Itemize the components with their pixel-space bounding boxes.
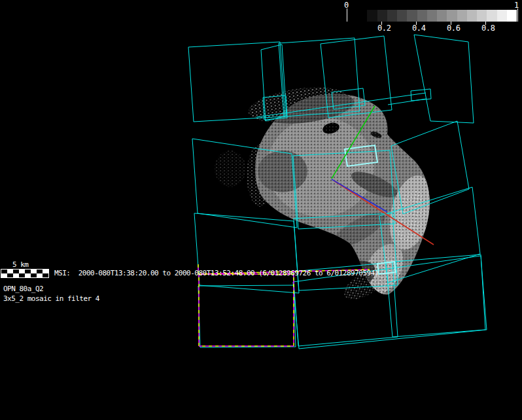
colorbar-tick-label: 0.4 bbox=[412, 24, 425, 33]
colorbar-left-tick bbox=[347, 9, 347, 22]
scene-canvas bbox=[0, 0, 522, 420]
highlighted-frame-dashed bbox=[199, 274, 294, 346]
colorbar-tick-label: 0.2 bbox=[377, 24, 391, 33]
image-footprint bbox=[198, 285, 296, 347]
observation-id: OPN_80a_Q2 bbox=[3, 285, 43, 293]
status-line: MSI: 2000-080T13:38:20.00 to 2000-080T13… bbox=[54, 269, 379, 277]
colorbar-tick-label: 0.6 bbox=[447, 24, 460, 33]
mosaic-description: 3x5_2 mosaic in filter 4 bbox=[3, 294, 99, 303]
footprint-edge bbox=[388, 99, 426, 105]
colorbar-max-label: 1 bbox=[514, 1, 519, 10]
colorbar-tick-label: 0.8 bbox=[481, 24, 495, 33]
colorbar-min-label: 0 bbox=[344, 1, 349, 10]
image-footprint bbox=[414, 35, 474, 123]
image-footprint bbox=[194, 213, 299, 293]
msi-mosaic-viewer: 0 1 0.2 0.4 0.6 0.8 5 km MSI: 2000-080T1… bbox=[0, 0, 522, 420]
scalebar-label: 5 km bbox=[12, 260, 29, 269]
colorbar-gradient bbox=[357, 10, 517, 22]
colorbar-right-tick bbox=[517, 9, 518, 22]
scalebar-checker bbox=[1, 269, 49, 278]
highlighted-frame-dashed bbox=[199, 274, 294, 346]
scalebar-checker-row-bottom bbox=[1, 273, 48, 277]
